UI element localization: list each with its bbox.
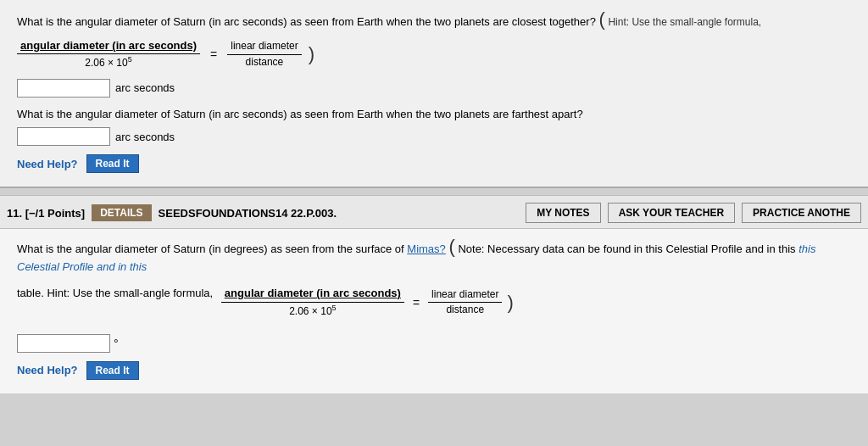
need-help-label-bottom: Need Help? — [17, 364, 78, 376]
my-notes-button[interactable]: MY NOTES — [526, 203, 600, 223]
formula-rhs: linear diameter distance — [227, 40, 301, 69]
table-hint-label: table. Hint: Use the small-angle formula… — [17, 287, 213, 299]
unit-label-2: arc seconds — [115, 131, 175, 143]
answer-input-2[interactable] — [17, 127, 110, 146]
answer-input-1[interactable] — [17, 79, 110, 98]
degree-symbol: ° — [114, 337, 119, 350]
formula-lhs-bottom: angular diameter (in arc seconds) 2.06 ×… — [221, 287, 404, 318]
formula-rhs-bottom: linear diameter distance — [428, 288, 502, 317]
rhs-denominator: distance — [242, 55, 287, 70]
question-body: What is the angular diameter of Saturn (… — [0, 229, 868, 393]
ask-teacher-button[interactable]: ASK YOUR TEACHER — [608, 203, 735, 223]
q11-text: What is the angular diameter of Saturn (… — [17, 237, 851, 276]
input-row-1: arc seconds — [17, 79, 851, 98]
rhs-denominator-bottom: distance — [442, 303, 487, 317]
formula-lhs: angular diameter (in arc seconds) 2.06 ×… — [17, 39, 200, 70]
equals-sign-bottom: = — [413, 293, 420, 312]
formula-denominator-bottom: 2.06 × 105 — [286, 303, 339, 319]
unit-label-1: arc seconds — [115, 81, 175, 94]
formula-denominator: 2.06 × 105 — [81, 54, 135, 70]
points-label: 11. [−/1 Points] — [7, 207, 85, 220]
formula-numerator-bottom: angular diameter (in arc seconds) — [221, 287, 404, 303]
question1-text: What is the angular diameter of Saturn (… — [17, 10, 851, 31]
q11-table-hint: table. Hint: Use the small-angle formula… — [17, 283, 851, 326]
read-it-button-bottom[interactable]: Read It — [86, 361, 139, 380]
formula-row-bottom: angular diameter (in arc seconds) 2.06 ×… — [221, 287, 514, 318]
input-row-2: arc seconds — [17, 127, 851, 146]
question-header: 11. [−/1 Points] DETAILS SEEDSFOUNDATION… — [0, 196, 868, 229]
practice-another-button[interactable]: PRACTICE ANOTHE — [742, 203, 861, 223]
need-help-row-bottom: Need Help? Read It — [17, 361, 851, 380]
note-text: Note: Necessary data can be found in thi… — [458, 243, 795, 255]
bottom-section: 11. [−/1 Points] DETAILS SEEDSFOUNDATION… — [0, 195, 868, 393]
details-button[interactable]: DETAILS — [92, 204, 151, 221]
need-help-label-top: Need Help? — [17, 158, 78, 170]
rhs-numerator: linear diameter — [227, 40, 301, 55]
formula-numerator: angular diameter (in arc seconds) — [17, 39, 200, 55]
read-it-button-top[interactable]: Read It — [86, 154, 139, 173]
question2-text: What is the angular diameter of Saturn (… — [17, 106, 851, 123]
course-code: SEEDSFOUNDATIONS14 22.P.003. — [159, 207, 520, 220]
need-help-row-top: Need Help? Read It — [17, 154, 851, 173]
q1-label: What is the angular diameter of Saturn (… — [17, 15, 596, 28]
top-section: What is the angular diameter of Saturn (… — [0, 0, 868, 188]
equals-sign: = — [210, 47, 217, 61]
mimas-link[interactable]: Mimas? — [407, 243, 446, 255]
degree-input[interactable] — [17, 334, 110, 353]
formula-box-top: angular diameter (in arc seconds) 2.06 ×… — [17, 39, 314, 70]
hint-label: Hint: Use the small-angle formula, — [608, 16, 761, 28]
degree-input-row: ° — [17, 334, 851, 353]
q11-question-part: What is the angular diameter of Saturn (… — [17, 243, 404, 255]
rhs-numerator-bottom: linear diameter — [428, 288, 502, 304]
